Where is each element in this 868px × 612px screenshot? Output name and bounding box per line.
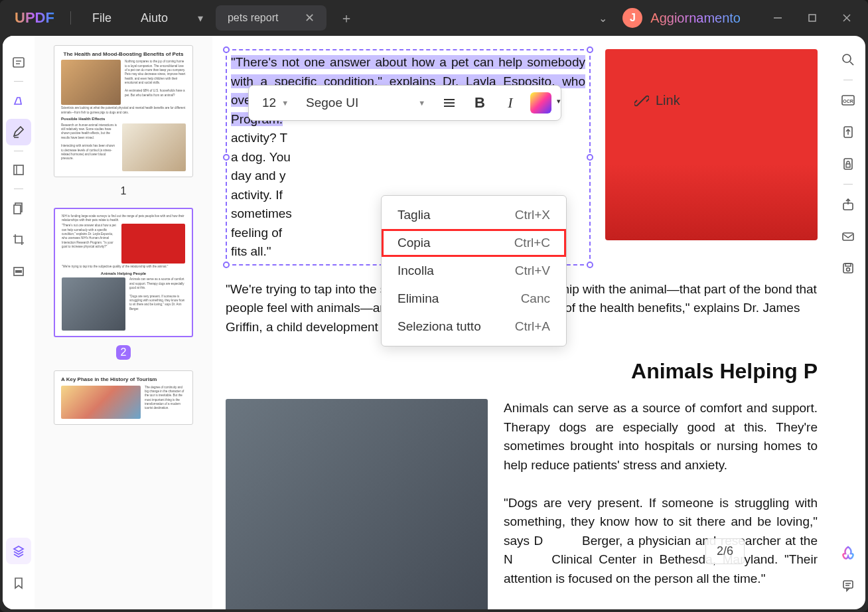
thumb-title: A Key Phase in the History of Tourism — [61, 376, 186, 383]
link-label: Link — [656, 93, 680, 108]
bold-button[interactable]: B — [467, 90, 493, 116]
thumb-text: "There's not one answer about how a pet … — [62, 224, 117, 264]
ctx-shortcut: Canc — [521, 291, 550, 306]
text-run: fits all." — [231, 244, 271, 258]
add-tab-button[interactable]: ＋ — [334, 6, 358, 30]
ctx-label: Copia — [398, 236, 431, 250]
thumb-text: Animals can serve as a source of comfort… — [129, 277, 185, 331]
redact-tool-icon[interactable] — [6, 258, 31, 285]
tab-title: pets report — [228, 12, 278, 24]
text-run: a dog. You — [231, 150, 291, 164]
align-button[interactable] — [436, 90, 463, 116]
svg-rect-26 — [843, 581, 853, 588]
thumb-subheading: Animals Helping People — [62, 271, 185, 277]
svg-line-15 — [850, 62, 853, 65]
tab-bar: ▾ pets report ✕ ＋ — [190, 5, 358, 31]
tab-dropdown[interactable]: ▾ — [190, 8, 210, 28]
close-tab-icon[interactable]: ✕ — [305, 11, 315, 25]
comment-icon[interactable] — [835, 574, 861, 597]
svg-rect-13 — [15, 270, 22, 273]
pages-tool-icon[interactable] — [6, 194, 31, 221]
page-indicator: 2/6 — [705, 538, 745, 564]
font-size-value: 12 — [262, 96, 276, 110]
thumb-text: Nothing compares to the joy of coming ho… — [125, 60, 186, 105]
separator — [14, 81, 23, 82]
layers-tool-icon[interactable] — [6, 538, 31, 564]
text-run: feeling of — [231, 226, 282, 240]
thumb-text: Scientists are looking at what the poten… — [61, 106, 186, 115]
highlight-tool-icon[interactable] — [6, 87, 31, 114]
edit-tool-icon[interactable] — [6, 119, 31, 145]
context-menu-delete[interactable]: Elimina Canc — [382, 285, 566, 313]
text-run: sometimes — [231, 206, 292, 220]
menu-file[interactable]: File — [78, 11, 126, 25]
svg-rect-25 — [845, 264, 851, 266]
thumb-image — [61, 60, 121, 105]
link-tool[interactable]: Link — [634, 93, 680, 108]
svg-rect-4 — [13, 58, 24, 67]
thumbnail-page-2[interactable]: NIH is funding large-scale surveys to fi… — [54, 208, 193, 338]
chevron-down-icon: ▼ — [281, 99, 289, 107]
text-run: day and y — [231, 169, 285, 183]
ctx-label: Incolla — [398, 264, 434, 278]
app-logo: UPDF — [5, 9, 64, 27]
save-icon[interactable] — [835, 256, 861, 280]
expand-icon[interactable]: ⌄ — [591, 6, 615, 30]
svg-rect-1 — [809, 15, 816, 21]
ctx-shortcut: Ctrl+A — [515, 319, 550, 334]
convert-icon[interactable] — [835, 120, 861, 144]
maximize-button[interactable] — [796, 6, 828, 30]
font-size-select[interactable]: 12 ▼ — [255, 93, 295, 113]
text-edit-toolbar: 12 ▼ Segoe UI ▼ B I — [248, 85, 561, 121]
svg-point-24 — [847, 268, 850, 271]
svg-rect-11 — [14, 205, 21, 214]
minimize-button[interactable] — [762, 6, 794, 30]
document-tab[interactable]: pets report ✕ — [216, 5, 326, 31]
bookmark-tool-icon[interactable] — [6, 570, 31, 596]
svg-point-14 — [843, 54, 851, 62]
thumb-text: Research on human-animal interactions is… — [61, 123, 118, 171]
thumb-subheading: Possible Health Effects — [61, 117, 186, 122]
ocr-icon[interactable]: OCR — [835, 88, 861, 112]
email-icon[interactable] — [835, 224, 861, 248]
thumb-image — [121, 224, 185, 264]
svg-rect-8 — [14, 165, 23, 175]
right-toolbar: OCR — [831, 36, 865, 609]
lock-icon[interactable] — [835, 152, 861, 176]
thumbnail-panel: The Health and Mood-Boosting Benefits of… — [35, 36, 212, 609]
thumb-image — [61, 386, 141, 419]
organize-tool-icon[interactable] — [6, 157, 31, 183]
italic-button[interactable]: I — [497, 90, 524, 116]
close-window-button[interactable] — [831, 6, 863, 30]
separator — [843, 80, 853, 80]
left-toolbar — [3, 36, 35, 609]
crop-tool-icon[interactable] — [6, 226, 31, 253]
context-menu-cut[interactable]: Taglia Ctrl+X — [382, 201, 566, 229]
share-icon[interactable] — [835, 192, 861, 216]
user-avatar[interactable]: J — [622, 8, 642, 28]
ctx-shortcut: Ctrl+C — [514, 236, 550, 250]
font-family-select[interactable]: Segoe UI ▼ — [299, 93, 432, 113]
update-label[interactable]: Aggiornamento — [650, 11, 741, 26]
thumb-title: The Health and Mood-Boosting Benefits of… — [61, 51, 186, 58]
menu-help[interactable]: Aiuto — [126, 11, 182, 25]
chevron-down-icon: ▼ — [418, 99, 425, 107]
context-menu-paste[interactable]: Incolla Ctrl+V — [382, 257, 566, 285]
thumbnail-page-1[interactable]: The Health and Mood-Boosting Benefits of… — [54, 45, 193, 177]
heading: Animals Helping P — [226, 355, 818, 387]
thumb-text: The degree of continuity and big change … — [145, 386, 186, 419]
reader-tool-icon[interactable] — [6, 49, 31, 76]
thumbnail-page-3[interactable]: A Key Phase in the History of Tourism Th… — [54, 370, 193, 424]
thumb-text: NIH is funding large-scale surveys to fi… — [62, 214, 185, 223]
context-menu-select-all[interactable]: Seleziona tutto Ctrl+A — [382, 313, 566, 341]
search-icon[interactable] — [835, 48, 861, 72]
color-picker-button[interactable] — [528, 90, 554, 116]
page-number-1: 1 — [44, 185, 203, 197]
titlebar: UPDF File Aiuto ▾ pets report ✕ ＋ ⌄ J Ag… — [0, 0, 868, 36]
thumb-image — [62, 277, 125, 331]
font-family-value: Segoe UI — [306, 96, 358, 110]
text-run: activity. If — [231, 188, 283, 202]
context-menu-copy[interactable]: Copia Ctrl+C — [382, 229, 566, 257]
paragraph: Animals can serve as a source of comfort… — [504, 399, 818, 609]
ai-assistant-icon[interactable] — [835, 542, 861, 566]
